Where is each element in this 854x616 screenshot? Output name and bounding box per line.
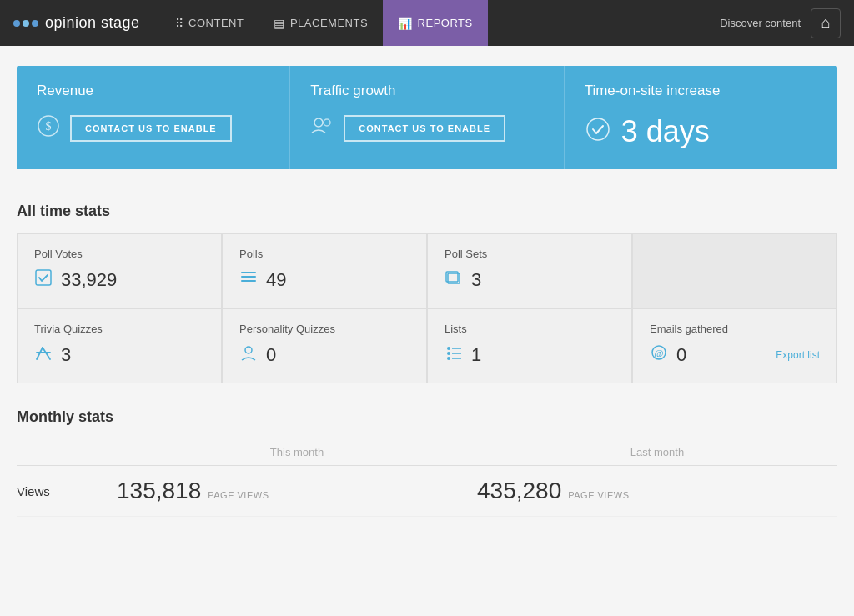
- poll-sets-label: Poll Sets: [445, 248, 615, 260]
- svg-line-12: [43, 348, 50, 359]
- monthly-title: Monthly stats: [17, 408, 837, 426]
- lists-icon: [445, 343, 463, 366]
- revenue-body: $ CONTACT US TO ENABLE: [37, 114, 269, 143]
- stat-poll-sets: Poll Sets 3: [428, 234, 631, 308]
- emails-body: @ 0 Export list: [650, 343, 820, 366]
- poll-sets-body: 3: [445, 268, 615, 291]
- traffic-icon: [310, 114, 334, 143]
- monthly-views-row: Views 135,818 PAGE VIEWS 435,280 PAGE VI…: [17, 466, 837, 517]
- home-button[interactable]: ⌂: [811, 8, 841, 38]
- stat-poll-votes: Poll Votes 33,929: [18, 234, 221, 308]
- poll-sets-icon: [445, 268, 463, 291]
- polls-body: 49: [239, 268, 409, 291]
- last-month-header: Last month: [477, 446, 837, 458]
- logo-dots: [13, 20, 38, 27]
- last-month-views: 435,280 PAGE VIEWS: [477, 478, 837, 504]
- monthly-row-spacer: [17, 446, 117, 458]
- svg-line-11: [37, 348, 43, 359]
- svg-point-19: [447, 357, 450, 360]
- monthly-header: This month Last month: [17, 439, 837, 466]
- svg-point-4: [587, 118, 609, 140]
- traffic-body: CONTACT US TO ENABLE: [310, 114, 543, 143]
- svg-point-2: [314, 118, 323, 127]
- polls-label: Polls: [239, 248, 409, 260]
- nav-item-placements[interactable]: ▤ PLACEMENTS: [259, 0, 383, 46]
- svg-point-3: [324, 119, 330, 126]
- blue-stats-cards: Revenue $ CONTACT US TO ENABLE Traffic g…: [17, 66, 837, 169]
- stat-trivia: Trivia Quizzes 3: [18, 309, 221, 383]
- main-nav: ⠿ CONTENT ▤ PLACEMENTS 📊 REPORTS: [160, 0, 488, 46]
- traffic-contact-btn[interactable]: CONTACT US TO ENABLE: [344, 115, 505, 142]
- poll-sets-value: 3: [471, 269, 481, 291]
- stat-polls: Polls 49: [223, 234, 426, 308]
- this-month-views: 135,818 PAGE VIEWS: [117, 478, 477, 504]
- personality-body: 0: [239, 343, 409, 366]
- svg-rect-8: [241, 280, 256, 282]
- svg-text:@: @: [654, 348, 663, 359]
- svg-rect-5: [36, 270, 51, 285]
- logo-dot-3: [32, 20, 38, 27]
- svg-point-14: [245, 347, 252, 353]
- poll-votes-label: Poll Votes: [34, 248, 204, 260]
- trivia-label: Trivia Quizzes: [34, 323, 204, 335]
- discover-text: Discover content: [720, 17, 801, 29]
- svg-point-15: [447, 347, 450, 350]
- this-month-value: 135,818: [117, 478, 201, 504]
- traffic-card: Traffic growth CONTACT US TO ENABLE: [290, 66, 564, 169]
- time-on-site-title: Time-on-site increase: [585, 83, 817, 99]
- main-content: Revenue $ CONTACT US TO ENABLE Traffic g…: [0, 46, 854, 553]
- nav-placements-label: PLACEMENTS: [290, 17, 368, 29]
- home-icon: ⌂: [821, 14, 831, 32]
- this-month-sublabel: PAGE VIEWS: [208, 490, 269, 500]
- time-on-site-body: 3 days: [585, 114, 817, 149]
- time-on-site-value: 3 days: [621, 114, 710, 149]
- svg-rect-7: [241, 276, 256, 278]
- logo: opinion stage: [13, 14, 140, 32]
- all-time-stats-section: All time stats: [17, 203, 837, 220]
- lists-label: Lists: [445, 323, 615, 335]
- emails-icon: @: [650, 343, 668, 366]
- last-month-sublabel: PAGE VIEWS: [568, 490, 629, 500]
- logo-dot-2: [23, 20, 29, 27]
- svg-point-17: [447, 352, 450, 355]
- trivia-icon: [34, 343, 53, 366]
- nav-item-reports[interactable]: 📊 REPORTS: [383, 0, 488, 46]
- personality-label: Personality Quizzes: [239, 323, 409, 335]
- stat-empty-r1: [633, 234, 836, 308]
- poll-votes-body: 33,929: [34, 268, 204, 291]
- revenue-card: Revenue $ CONTACT US TO ENABLE: [17, 66, 290, 169]
- trivia-value: 3: [61, 344, 71, 366]
- logo-dot-1: [13, 20, 20, 27]
- revenue-contact-btn[interactable]: CONTACT US TO ENABLE: [70, 115, 232, 142]
- lists-value: 1: [471, 344, 481, 366]
- all-time-stats-grid: Poll Votes 33,929 Polls: [17, 233, 837, 383]
- emails-label: Emails gathered: [650, 323, 820, 335]
- all-time-title: All time stats: [17, 203, 837, 220]
- logo-text: opinion stage: [45, 14, 140, 32]
- views-row-label: Views: [17, 484, 117, 498]
- stat-lists: Lists 1: [428, 309, 631, 383]
- header-right: Discover content ⌂: [720, 8, 841, 38]
- poll-votes-value: 33,929: [61, 269, 117, 291]
- reports-icon: 📊: [398, 17, 413, 30]
- this-month-header: This month: [117, 446, 477, 458]
- revenue-icon: $: [37, 114, 60, 143]
- poll-votes-icon: [34, 268, 53, 291]
- export-list-link[interactable]: Export list: [776, 349, 820, 361]
- header: opinion stage ⠿ CONTENT ▤ PLACEMENTS 📊 R…: [0, 0, 854, 46]
- monthly-stats-section: Monthly stats This month Last month View…: [17, 408, 837, 517]
- stat-personality: Personality Quizzes 0: [223, 309, 426, 383]
- time-on-site-icon: [585, 116, 611, 148]
- content-icon: ⠿: [175, 17, 184, 30]
- personality-value: 0: [266, 344, 276, 366]
- stat-emails: Emails gathered @ 0 Export list: [633, 309, 836, 383]
- svg-rect-6: [241, 272, 256, 273]
- polls-value: 49: [266, 269, 286, 291]
- trivia-body: 3: [34, 343, 204, 366]
- placements-icon: ▤: [274, 17, 285, 30]
- personality-icon: [239, 343, 258, 366]
- nav-item-content[interactable]: ⠿ CONTENT: [160, 0, 259, 46]
- svg-text:$: $: [46, 120, 52, 133]
- traffic-title: Traffic growth: [310, 83, 543, 99]
- time-on-site-card: Time-on-site increase 3 days: [565, 66, 837, 169]
